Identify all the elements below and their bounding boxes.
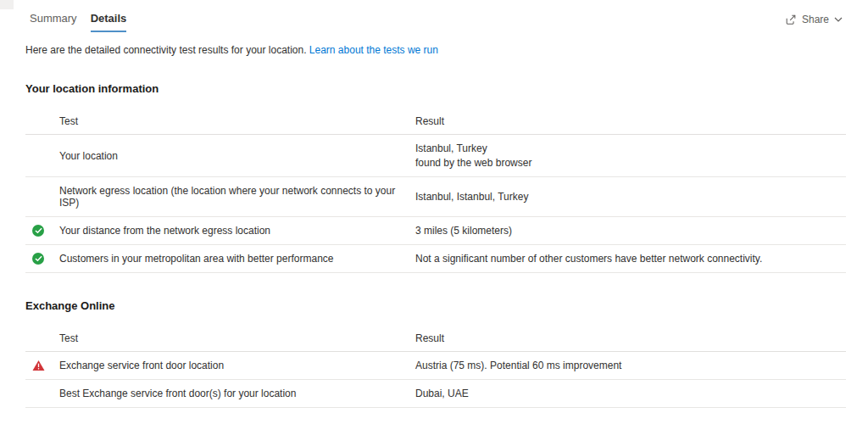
tab-summary[interactable]: Summary: [30, 12, 77, 32]
table-row: Network egress location (the location wh…: [25, 177, 846, 217]
top-bar: Summary Details Share: [0, 0, 868, 34]
test-label: Your location: [59, 142, 415, 170]
table-row: Your distance from the network egress lo…: [25, 217, 846, 245]
learn-more-link[interactable]: Learn about the tests we run: [309, 44, 438, 56]
result-value: Istanbul, Istanbul, Turkey: [415, 183, 846, 210]
test-label: Customers in your metropolitan area with…: [59, 245, 415, 272]
success-check-icon: [32, 253, 44, 265]
share-button[interactable]: Share: [785, 14, 843, 25]
column-header-test: Test: [59, 332, 415, 351]
no-status-icon: [32, 150, 44, 162]
intro-text: Here are the detailed connectivity test …: [25, 44, 843, 56]
tab-strip: Summary Details: [30, 12, 126, 32]
result-value: Not a significant number of other custom…: [415, 245, 846, 272]
column-header-result: Result: [415, 115, 846, 134]
table-row: Your location Istanbul, Turkey found by …: [25, 135, 846, 177]
table-header-row: Test Result: [25, 312, 846, 352]
table-row: Exchange service front door location Aus…: [25, 352, 846, 380]
test-label: Network egress location (the location wh…: [59, 177, 415, 216]
no-status-icon: [32, 388, 44, 399]
exchange-table: Test Result Exchange service front door …: [25, 312, 846, 408]
table-header-row: Test Result: [25, 95, 846, 135]
table-row: Best Exchange service front door(s) for …: [25, 380, 846, 408]
chevron-down-icon: [834, 16, 843, 23]
result-value: 3 miles (5 kilometers): [415, 217, 846, 244]
page-corner-artifact: [0, 0, 14, 9]
test-label: Exchange service front door location: [59, 352, 415, 379]
success-check-icon: [32, 225, 44, 237]
no-status-icon: [32, 191, 44, 203]
share-icon: [785, 14, 797, 25]
result-line-1: Istanbul, Turkey: [415, 142, 846, 154]
test-label: Best Exchange service front door(s) for …: [59, 380, 415, 407]
section-title-location: Your location information: [25, 82, 843, 95]
warning-triangle-icon: [32, 360, 45, 371]
result-value: Istanbul, Turkey found by the web browse…: [415, 135, 846, 176]
column-header-test: Test: [59, 115, 415, 134]
result-value: Austria (75 ms). Potential 60 ms improve…: [415, 352, 846, 379]
location-table: Test Result Your location Istanbul, Turk…: [25, 95, 846, 273]
tab-details[interactable]: Details: [91, 12, 127, 32]
test-label: Your distance from the network egress lo…: [59, 217, 415, 244]
result-line-2: found by the web browser: [415, 157, 846, 169]
result-value: Dubai, UAE: [415, 380, 846, 407]
column-header-result: Result: [415, 332, 846, 351]
table-row: Customers in your metropolitan area with…: [25, 245, 846, 273]
section-title-exchange: Exchange Online: [25, 299, 843, 312]
intro-description: Here are the detailed connectivity test …: [25, 44, 309, 56]
share-label: Share: [802, 14, 829, 25]
